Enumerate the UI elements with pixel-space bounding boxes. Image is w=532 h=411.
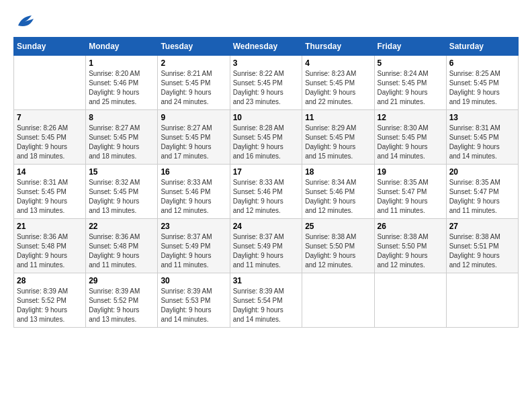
calendar-week-3: 14Sunrise: 8:31 AM Sunset: 5:45 PM Dayli… (14, 165, 519, 219)
day-info: Sunrise: 8:20 AM Sunset: 5:46 PM Dayligh… (89, 69, 154, 107)
calendar-cell: 18Sunrise: 8:34 AM Sunset: 5:46 PM Dayli… (302, 165, 374, 219)
calendar-cell (302, 273, 374, 328)
calendar-cell: 26Sunrise: 8:38 AM Sunset: 5:50 PM Dayli… (374, 219, 446, 273)
calendar-cell: 12Sunrise: 8:30 AM Sunset: 5:45 PM Dayli… (374, 110, 446, 165)
calendar-cell: 10Sunrise: 8:28 AM Sunset: 5:45 PM Dayli… (230, 110, 302, 165)
day-number: 18 (305, 167, 371, 177)
logo (13, 13, 35, 30)
weekday-header-sunday: Sunday (14, 38, 86, 56)
calendar-cell: 9Sunrise: 8:27 AM Sunset: 5:45 PM Daylig… (158, 110, 230, 165)
calendar-cell: 4Sunrise: 8:23 AM Sunset: 5:45 PM Daylig… (302, 56, 374, 110)
calendar-cell: 29Sunrise: 8:39 AM Sunset: 5:52 PM Dayli… (86, 273, 158, 328)
weekday-header-tuesday: Tuesday (158, 38, 230, 56)
day-info: Sunrise: 8:22 AM Sunset: 5:45 PM Dayligh… (233, 69, 300, 107)
day-number: 29 (89, 276, 154, 285)
day-number: 8 (89, 113, 154, 122)
day-number: 20 (449, 167, 515, 177)
day-number: 5 (378, 58, 443, 68)
day-info: Sunrise: 8:33 AM Sunset: 5:46 PM Dayligh… (233, 178, 300, 216)
calendar-cell: 7Sunrise: 8:26 AM Sunset: 5:45 PM Daylig… (14, 110, 86, 165)
calendar-cell: 5Sunrise: 8:24 AM Sunset: 5:45 PM Daylig… (374, 56, 446, 110)
day-info: Sunrise: 8:31 AM Sunset: 5:45 PM Dayligh… (449, 124, 515, 161)
calendar-week-1: 1Sunrise: 8:20 AM Sunset: 5:46 PM Daylig… (14, 56, 519, 110)
day-info: Sunrise: 8:33 AM Sunset: 5:46 PM Dayligh… (161, 178, 226, 216)
day-number: 14 (17, 167, 83, 177)
weekday-header-friday: Friday (374, 38, 446, 56)
day-number: 27 (449, 222, 515, 231)
day-info: Sunrise: 8:36 AM Sunset: 5:48 PM Dayligh… (17, 232, 83, 270)
calendar-week-4: 21Sunrise: 8:36 AM Sunset: 5:48 PM Dayli… (14, 219, 519, 273)
day-info: Sunrise: 8:21 AM Sunset: 5:45 PM Dayligh… (161, 69, 226, 107)
day-number: 16 (161, 167, 226, 177)
calendar-week-5: 28Sunrise: 8:39 AM Sunset: 5:52 PM Dayli… (14, 273, 519, 328)
calendar-cell: 11Sunrise: 8:29 AM Sunset: 5:45 PM Dayli… (302, 110, 374, 165)
calendar-cell: 21Sunrise: 8:36 AM Sunset: 5:48 PM Dayli… (14, 219, 86, 273)
calendar-cell: 27Sunrise: 8:38 AM Sunset: 5:51 PM Dayli… (446, 219, 518, 273)
day-info: Sunrise: 8:37 AM Sunset: 5:49 PM Dayligh… (161, 232, 226, 270)
calendar-cell: 13Sunrise: 8:31 AM Sunset: 5:45 PM Dayli… (446, 110, 518, 165)
day-info: Sunrise: 8:38 AM Sunset: 5:50 PM Dayligh… (378, 232, 443, 270)
day-info: Sunrise: 8:27 AM Sunset: 5:45 PM Dayligh… (89, 124, 154, 161)
weekday-header-monday: Monday (86, 38, 158, 56)
day-number: 19 (378, 167, 443, 177)
day-info: Sunrise: 8:24 AM Sunset: 5:45 PM Dayligh… (378, 69, 443, 107)
day-info: Sunrise: 8:36 AM Sunset: 5:48 PM Dayligh… (89, 232, 154, 270)
calendar-cell: 30Sunrise: 8:39 AM Sunset: 5:53 PM Dayli… (158, 273, 230, 328)
calendar-cell: 14Sunrise: 8:31 AM Sunset: 5:45 PM Dayli… (14, 165, 86, 219)
calendar-cell: 19Sunrise: 8:35 AM Sunset: 5:47 PM Dayli… (374, 165, 446, 219)
day-info: Sunrise: 8:34 AM Sunset: 5:46 PM Dayligh… (305, 178, 371, 216)
day-number: 3 (233, 58, 300, 68)
day-info: Sunrise: 8:25 AM Sunset: 5:45 PM Dayligh… (449, 69, 515, 107)
day-number: 6 (449, 58, 515, 68)
day-number: 9 (161, 113, 226, 122)
day-info: Sunrise: 8:35 AM Sunset: 5:47 PM Dayligh… (449, 178, 515, 216)
header (13, 13, 519, 30)
day-info: Sunrise: 8:39 AM Sunset: 5:52 PM Dayligh… (89, 287, 154, 324)
day-info: Sunrise: 8:39 AM Sunset: 5:52 PM Dayligh… (17, 287, 83, 324)
weekday-header-saturday: Saturday (446, 38, 518, 56)
day-info: Sunrise: 8:29 AM Sunset: 5:45 PM Dayligh… (305, 124, 371, 161)
day-number: 22 (89, 222, 154, 231)
calendar-cell: 3Sunrise: 8:22 AM Sunset: 5:45 PM Daylig… (230, 56, 302, 110)
calendar-cell: 2Sunrise: 8:21 AM Sunset: 5:45 PM Daylig… (158, 56, 230, 110)
day-info: Sunrise: 8:37 AM Sunset: 5:49 PM Dayligh… (233, 232, 300, 270)
day-number: 23 (161, 222, 226, 231)
weekday-header-thursday: Thursday (302, 38, 374, 56)
day-info: Sunrise: 8:39 AM Sunset: 5:53 PM Dayligh… (161, 287, 226, 324)
calendar-cell: 25Sunrise: 8:38 AM Sunset: 5:50 PM Dayli… (302, 219, 374, 273)
calendar-cell: 17Sunrise: 8:33 AM Sunset: 5:46 PM Dayli… (230, 165, 302, 219)
day-info: Sunrise: 8:32 AM Sunset: 5:45 PM Dayligh… (89, 178, 154, 216)
day-info: Sunrise: 8:38 AM Sunset: 5:51 PM Dayligh… (449, 232, 515, 270)
day-number: 24 (233, 222, 300, 231)
calendar-week-2: 7Sunrise: 8:26 AM Sunset: 5:45 PM Daylig… (14, 110, 519, 165)
day-number: 15 (89, 167, 154, 177)
day-info: Sunrise: 8:39 AM Sunset: 5:54 PM Dayligh… (233, 287, 300, 324)
logo-bird-icon (15, 13, 35, 30)
day-number: 2 (161, 58, 226, 68)
day-number: 10 (233, 113, 300, 122)
calendar-cell (14, 56, 86, 110)
calendar-cell (446, 273, 518, 328)
calendar-cell: 22Sunrise: 8:36 AM Sunset: 5:48 PM Dayli… (86, 219, 158, 273)
day-number: 12 (378, 113, 443, 122)
calendar-table: SundayMondayTuesdayWednesdayThursdayFrid… (13, 37, 519, 328)
day-number: 7 (17, 113, 83, 122)
day-number: 17 (233, 167, 300, 177)
day-number: 31 (233, 276, 300, 285)
calendar-cell (374, 273, 446, 328)
day-number: 4 (305, 58, 371, 68)
day-number: 13 (449, 113, 515, 122)
day-number: 25 (305, 222, 371, 231)
day-info: Sunrise: 8:23 AM Sunset: 5:45 PM Dayligh… (305, 69, 371, 107)
day-info: Sunrise: 8:27 AM Sunset: 5:45 PM Dayligh… (161, 124, 226, 161)
day-number: 28 (17, 276, 83, 285)
day-info: Sunrise: 8:38 AM Sunset: 5:50 PM Dayligh… (305, 232, 371, 270)
calendar-cell: 24Sunrise: 8:37 AM Sunset: 5:49 PM Dayli… (230, 219, 302, 273)
calendar-cell: 1Sunrise: 8:20 AM Sunset: 5:46 PM Daylig… (86, 56, 158, 110)
calendar-cell: 28Sunrise: 8:39 AM Sunset: 5:52 PM Dayli… (14, 273, 86, 328)
calendar-cell: 23Sunrise: 8:37 AM Sunset: 5:49 PM Dayli… (158, 219, 230, 273)
day-number: 30 (161, 276, 226, 285)
day-info: Sunrise: 8:30 AM Sunset: 5:45 PM Dayligh… (378, 124, 443, 161)
calendar-cell: 20Sunrise: 8:35 AM Sunset: 5:47 PM Dayli… (446, 165, 518, 219)
day-info: Sunrise: 8:31 AM Sunset: 5:45 PM Dayligh… (17, 178, 83, 216)
